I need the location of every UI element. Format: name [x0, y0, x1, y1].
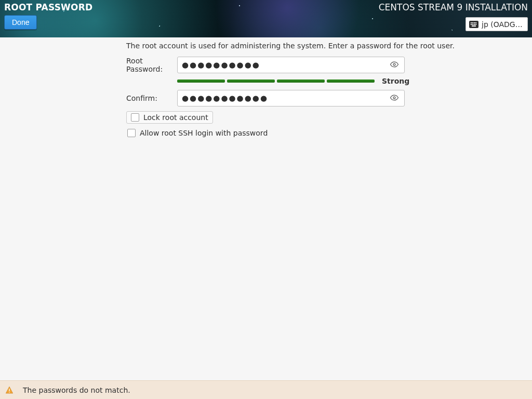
allow-ssh-label: Allow root SSH login with password [140, 129, 268, 137]
reveal-confirm-button[interactable] [389, 92, 400, 104]
svg-rect-2 [474, 22, 475, 23]
checkbox-box [131, 113, 139, 122]
warning-icon [5, 386, 14, 394]
password-strength-row: Strong [177, 77, 409, 85]
password-strength-label: Strong [382, 77, 409, 85]
password-strength-meter [177, 79, 375, 83]
lock-root-checkbox[interactable]: Lock root account [126, 111, 213, 124]
strength-seg [277, 79, 325, 83]
svg-rect-5 [472, 24, 473, 25]
root-password-field-wrapper [177, 57, 405, 73]
svg-rect-0 [471, 22, 472, 23]
warning-text: The passwords do not match. [23, 386, 130, 394]
keyboard-layout-button[interactable]: jp (OADG1... [466, 17, 528, 31]
svg-rect-11 [9, 389, 9, 391]
lock-root-row: Lock root account [126, 111, 409, 124]
reveal-password-button[interactable] [389, 59, 400, 71]
svg-rect-8 [472, 25, 476, 26]
installer-screen: ROOT PASSWORD Done CENTOS STREAM 9 INSTA… [0, 0, 532, 399]
allow-ssh-checkbox[interactable]: Allow root SSH login with password [126, 127, 268, 137]
instructions-text: The root account is used for administeri… [126, 42, 455, 50]
root-password-row: Root Password: [126, 56, 409, 74]
svg-rect-4 [471, 24, 472, 25]
root-password-form: Root Password: Strong [126, 56, 409, 139]
warning-bar: The passwords do not match. [0, 380, 532, 399]
header-bar: ROOT PASSWORD Done CENTOS STREAM 9 INSTA… [0, 0, 532, 37]
root-password-input[interactable] [182, 60, 389, 70]
strength-seg [227, 79, 275, 83]
confirm-password-input[interactable] [182, 94, 389, 103]
svg-rect-3 [475, 22, 476, 23]
checkbox-box [127, 129, 136, 137]
confirm-password-field-wrapper [177, 90, 405, 107]
lock-root-label: Lock root account [143, 113, 208, 122]
page-title: ROOT PASSWORD [4, 2, 92, 12]
svg-rect-6 [474, 24, 475, 25]
svg-rect-1 [472, 22, 473, 23]
svg-rect-12 [9, 392, 9, 392]
main-content: The root account is used for administeri… [0, 37, 532, 380]
confirm-password-row: Confirm: [126, 89, 409, 107]
keyboard-icon [469, 21, 478, 28]
svg-point-9 [393, 63, 395, 65]
svg-rect-7 [475, 24, 476, 25]
confirm-password-label: Confirm: [126, 94, 177, 102]
strength-seg [177, 79, 225, 83]
keyboard-layout-label: jp (OADG1... [482, 20, 523, 29]
eye-icon [390, 60, 399, 71]
root-password-label: Root Password: [126, 57, 177, 73]
installer-title: CENTOS STREAM 9 INSTALLATION [379, 2, 528, 12]
done-button[interactable]: Done [4, 15, 37, 30]
eye-icon [390, 93, 399, 104]
svg-point-10 [393, 97, 395, 99]
strength-seg [327, 79, 375, 83]
